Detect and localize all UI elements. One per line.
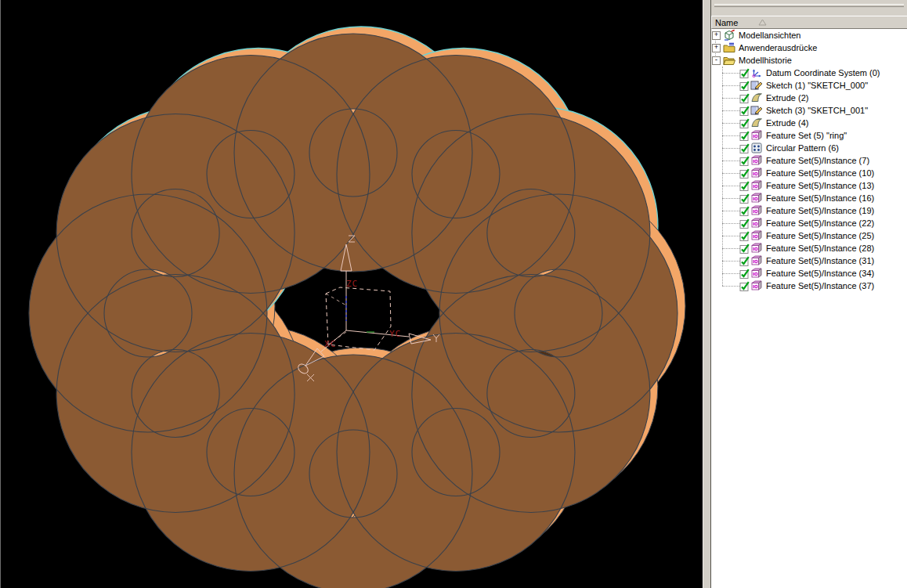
- feature-checkbox[interactable]: [739, 206, 750, 216]
- feature-checkbox[interactable]: [739, 231, 750, 241]
- tree-connector-stub: [722, 85, 739, 86]
- sort-ascending-icon: [758, 19, 767, 26]
- tree-connector-stub: [722, 198, 739, 199]
- tree-item-label: Feature Set(5)/Instance (7): [764, 156, 869, 165]
- tree-row[interactable]: +Modellansichten: [711, 29, 907, 41]
- tree-row[interactable]: Feature Set(5)/Instance (37): [711, 280, 907, 292]
- feature-checkbox[interactable]: [739, 68, 750, 78]
- feature-checkbox[interactable]: [739, 118, 750, 128]
- tree-row[interactable]: -Modellhistorie: [711, 54, 907, 67]
- tree-connector-stub: [722, 261, 739, 262]
- tree-row[interactable]: Feature Set (5) "ring": [711, 129, 907, 142]
- instance-icon: [750, 179, 763, 192]
- tree-row[interactable]: Circular Pattern (6): [711, 142, 907, 154]
- tree-item-label: Feature Set (5) "ring": [764, 131, 847, 140]
- feature-checkbox[interactable]: [739, 93, 750, 103]
- tree-connector-stub: [722, 161, 739, 161]
- tree-item-label: Extrude (2): [764, 93, 808, 103]
- tree-row[interactable]: Feature Set(5)/Instance (16): [711, 192, 907, 204]
- tree-row[interactable]: Datum Coordinate System (0): [711, 67, 907, 79]
- feature-checkbox[interactable]: [739, 106, 750, 116]
- feature-checkbox[interactable]: [739, 181, 750, 191]
- tree-item-label: Feature Set(5)/Instance (19): [764, 206, 874, 215]
- column-header-label: Name: [715, 18, 738, 27]
- tree-item-label: Extrude (4): [764, 118, 808, 128]
- tree-row[interactable]: Feature Set(5)/Instance (19): [711, 204, 907, 217]
- tree-item-label: Sketch (3) "SKETCH_001": [764, 106, 868, 115]
- feature-checkbox[interactable]: [739, 168, 750, 179]
- expand-toggle[interactable]: +: [712, 44, 721, 52]
- sketch-icon: [750, 104, 763, 117]
- expressions-folder-icon: [723, 41, 735, 54]
- instance-icon: [750, 154, 763, 167]
- tree-row[interactable]: Sketch (1) "SKETCH_000": [711, 79, 907, 92]
- extrude-icon: [750, 92, 763, 104]
- instance-icon: [750, 229, 763, 242]
- tree-item-label: Feature Set(5)/Instance (13): [764, 181, 874, 190]
- tree-item-label: Datum Coordinate System (0): [764, 68, 880, 78]
- tree-row[interactable]: Feature Set(5)/Instance (28): [711, 242, 907, 254]
- tree-connector-stub: [722, 211, 739, 211]
- panel-splitter[interactable]: [703, 0, 711, 588]
- tree-connector-stub: [722, 110, 739, 111]
- yc-axis-label: YC: [389, 329, 401, 339]
- graphics-window[interactable]: ZCYCXC: [0, 0, 703, 588]
- tree-item-label: Feature Set(5)/Instance (25): [764, 231, 874, 240]
- tree-connector-stub: [722, 173, 739, 174]
- tree-connector-stub: [722, 98, 739, 99]
- tree-row[interactable]: Feature Set(5)/Instance (7): [711, 154, 907, 167]
- tree-item-label: Modellhistorie: [737, 56, 792, 65]
- tree-row[interactable]: Feature Set(5)/Instance (13): [711, 179, 907, 192]
- panel-top-strip: [711, 0, 907, 16]
- splitter-grip[interactable]: [714, 4, 904, 7]
- instance-icon: [750, 242, 763, 254]
- tree-connector-stub: [722, 223, 739, 224]
- tree-item-label: Feature Set(5)/Instance (31): [764, 256, 874, 265]
- feature-checkbox[interactable]: [739, 143, 750, 153]
- feature-checkbox[interactable]: [739, 156, 750, 166]
- tree-row[interactable]: Feature Set(5)/Instance (25): [711, 229, 907, 242]
- instance-icon: [750, 167, 763, 179]
- tree-item-label: Modellansichten: [737, 31, 801, 40]
- feature-checkbox[interactable]: [739, 281, 750, 291]
- xc-axis-label: XC: [324, 339, 336, 349]
- tree-item-label: Feature Set(5)/Instance (16): [764, 193, 874, 203]
- feature-set-icon: [750, 129, 763, 142]
- zc-axis-label: ZC: [346, 279, 358, 289]
- feature-checkbox[interactable]: [739, 243, 750, 254]
- tree-row[interactable]: Extrude (4): [711, 117, 907, 129]
- instance-icon: [750, 254, 763, 267]
- model-views-icon: [723, 29, 735, 41]
- feature-checkbox[interactable]: [739, 81, 750, 91]
- tree-row[interactable]: Feature Set(5)/Instance (31): [711, 254, 907, 267]
- csys-icon: [750, 67, 763, 79]
- tree-row[interactable]: Sketch (3) "SKETCH_001": [711, 104, 907, 117]
- feature-tree: +Modellansichten+Anwenderausdrücke-Model…: [711, 29, 907, 588]
- feature-checkbox[interactable]: [739, 218, 750, 229]
- sketch-icon: [750, 79, 763, 92]
- tree-item-label: Anwenderausdrücke: [737, 43, 817, 52]
- circular-pattern-icon: [750, 142, 763, 154]
- feature-checkbox[interactable]: [739, 131, 750, 141]
- collapse-toggle[interactable]: -: [712, 56, 721, 65]
- tree-item-label: Feature Set(5)/Instance (10): [764, 168, 874, 178]
- expand-toggle[interactable]: +: [712, 31, 721, 40]
- feature-checkbox[interactable]: [739, 256, 750, 266]
- tree-item-label: Feature Set(5)/Instance (22): [764, 218, 874, 228]
- tree-row[interactable]: Feature Set(5)/Instance (22): [711, 217, 907, 229]
- tree-connector-stub: [722, 186, 739, 186]
- tree-row[interactable]: +Anwenderausdrücke: [711, 41, 907, 54]
- tree-item-label: Feature Set(5)/Instance (28): [764, 243, 874, 253]
- tree-connector-stub: [722, 286, 739, 287]
- tree-connector-stub: [722, 236, 739, 236]
- 3d-scene: ZCYCXC: [1, 0, 703, 588]
- tree-row[interactable]: Extrude (2): [711, 92, 907, 104]
- column-header-name[interactable]: Name: [711, 16, 907, 29]
- feature-checkbox[interactable]: [739, 269, 750, 279]
- tree-item-label: Circular Pattern (6): [764, 143, 839, 153]
- tree-row[interactable]: Feature Set(5)/Instance (10): [711, 167, 907, 179]
- feature-checkbox[interactable]: [739, 193, 750, 204]
- tree-connector-stub: [722, 148, 739, 149]
- tree-row[interactable]: Feature Set(5)/Instance (34): [711, 267, 907, 280]
- instance-icon: [750, 280, 763, 292]
